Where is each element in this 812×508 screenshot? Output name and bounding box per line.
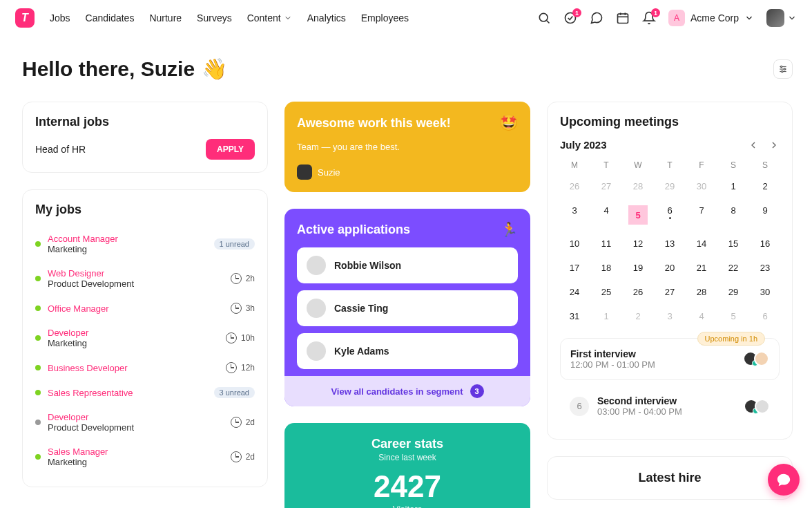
cal-day[interactable]: 13: [655, 233, 684, 254]
cal-day[interactable]: 16: [751, 233, 780, 254]
cal-day[interactable]: 30: [687, 176, 716, 197]
chevron-down-icon: [787, 13, 797, 23]
cal-weekday: T: [655, 158, 684, 173]
cal-day[interactable]: 10: [560, 233, 589, 254]
cal-day[interactable]: 6: [655, 200, 684, 230]
user-menu[interactable]: [766, 9, 797, 27]
job-dept: Product Development: [48, 422, 224, 433]
meeting-avatars: [748, 399, 770, 414]
author-name: Suzie: [318, 167, 340, 178]
application-row[interactable]: Robbie Wilson: [297, 247, 518, 283]
cal-day[interactable]: 12: [624, 233, 652, 254]
messages-button[interactable]: [590, 11, 603, 25]
job-row[interactable]: Web DesignerProduct Development2h: [35, 261, 255, 296]
apps-count-badge: 3: [470, 384, 484, 398]
org-switcher[interactable]: A Acme Corp: [668, 10, 754, 26]
nav-candidates[interactable]: Candidates: [86, 12, 135, 23]
view-all-candidates-link[interactable]: View all candidates in segment 3: [284, 376, 530, 406]
cal-day[interactable]: 5: [624, 200, 652, 230]
cal-day[interactable]: 27: [592, 176, 621, 197]
job-row[interactable]: DeveloperProduct Development2d: [35, 405, 255, 440]
nav-nurture[interactable]: Nurture: [149, 12, 182, 23]
tasks-button[interactable]: 1: [563, 11, 577, 25]
career-stats-card: Career stats Since last week 2427 Visito…: [284, 423, 530, 508]
chat-fab[interactable]: [768, 464, 800, 496]
unread-pill: 3 unread: [214, 387, 255, 398]
job-row[interactable]: Sales ManagerMarketing2d: [35, 440, 255, 474]
cal-day[interactable]: 22: [719, 257, 748, 279]
job-meta: 2h: [231, 273, 255, 284]
application-row[interactable]: Kyle Adams: [297, 333, 518, 369]
cal-day[interactable]: 4: [592, 200, 621, 230]
cal-day[interactable]: 2: [624, 305, 652, 327]
job-dept: Marketing: [48, 338, 219, 348]
cal-day[interactable]: 18: [592, 257, 621, 279]
notifications-button[interactable]: 1: [642, 11, 656, 25]
cal-day[interactable]: 15: [719, 233, 748, 254]
job-row[interactable]: DeveloperMarketing10h: [35, 321, 255, 355]
cal-day[interactable]: 28: [687, 281, 716, 303]
cal-day[interactable]: 20: [655, 257, 684, 279]
cal-day[interactable]: 5: [719, 305, 748, 327]
cal-day[interactable]: 11: [592, 233, 621, 254]
cal-weekday: W: [624, 158, 652, 173]
nav-jobs[interactable]: Jobs: [50, 12, 70, 23]
cal-day[interactable]: 1: [719, 176, 748, 197]
cal-day[interactable]: 23: [751, 257, 780, 279]
cal-day[interactable]: 25: [592, 281, 621, 303]
nav-employees[interactable]: Employees: [361, 12, 409, 23]
upcoming-meetings-card: Upcoming meetings July 2023 MTWTFSS26272…: [547, 102, 793, 440]
candidate-avatar: [307, 299, 326, 318]
calendar-button[interactable]: [616, 11, 630, 25]
cal-day[interactable]: 31: [560, 305, 589, 327]
column-1: Internal jobs Head of HR APPLY My jobs A…: [22, 102, 268, 508]
logo[interactable]: T: [15, 8, 35, 28]
cal-day[interactable]: 30: [751, 281, 780, 303]
job-info: DeveloperMarketing: [48, 328, 219, 348]
clock-icon: [231, 417, 242, 428]
search-button[interactable]: [537, 11, 551, 25]
nav-surveys[interactable]: Surveys: [197, 12, 232, 23]
dashboard-settings-button[interactable]: [773, 59, 793, 79]
job-row[interactable]: Office Manager3h: [35, 296, 255, 321]
prev-month-button[interactable]: [748, 140, 759, 151]
cal-day[interactable]: 19: [624, 257, 652, 279]
cal-day[interactable]: 29: [719, 281, 748, 303]
cal-day[interactable]: 8: [719, 200, 748, 230]
cal-day[interactable]: 26: [560, 176, 589, 197]
cal-day[interactable]: 17: [560, 257, 589, 279]
cal-day[interactable]: 3: [560, 200, 589, 230]
cal-day[interactable]: 7: [687, 200, 716, 230]
job-row[interactable]: Sales Representative3 unread: [35, 380, 255, 405]
cal-day[interactable]: 28: [624, 176, 652, 197]
meeting-card-second[interactable]: 6 Second interview 03:00 PM - 04:00 PM: [560, 386, 780, 426]
cal-day[interactable]: 9: [751, 200, 780, 230]
application-row[interactable]: Cassie Ting: [297, 290, 518, 326]
job-row[interactable]: Business Developer12h: [35, 355, 255, 380]
my-jobs-card: My jobs Account ManagerMarketing1 unread…: [22, 189, 268, 487]
cal-day[interactable]: 24: [560, 281, 589, 303]
nav-analytics[interactable]: Analytics: [307, 12, 346, 23]
job-meta: 2d: [231, 451, 255, 462]
apply-button[interactable]: APPLY: [206, 139, 255, 160]
calendar-grid: MTWTFSS262728293012345678910111213141516…: [560, 158, 780, 327]
cal-day[interactable]: 21: [687, 257, 716, 279]
cal-day[interactable]: 27: [655, 281, 684, 303]
cal-day[interactable]: 6: [751, 305, 780, 327]
next-month-button[interactable]: [768, 140, 780, 151]
cal-day[interactable]: 14: [687, 233, 716, 254]
meeting-card-first[interactable]: Upcoming in 1h First interview 12:00 PM …: [560, 338, 780, 380]
meeting-info: Second interview 03:00 PM - 04:00 PM: [597, 395, 740, 417]
notifications-badge: 1: [651, 8, 660, 17]
cal-day[interactable]: 2: [751, 176, 780, 197]
cal-day[interactable]: 29: [655, 176, 684, 197]
cal-day[interactable]: 1: [592, 305, 621, 327]
cal-day[interactable]: 4: [687, 305, 716, 327]
cal-weekday: S: [719, 158, 748, 173]
active-applications-card: Active applications 🏃 Robbie WilsonCassi…: [284, 209, 530, 406]
nav-content[interactable]: Content: [247, 12, 292, 23]
cal-day[interactable]: 3: [655, 305, 684, 327]
cal-day[interactable]: 26: [624, 281, 652, 303]
status-dot: [35, 241, 41, 247]
job-row[interactable]: Account ManagerMarketing1 unread: [35, 227, 255, 261]
